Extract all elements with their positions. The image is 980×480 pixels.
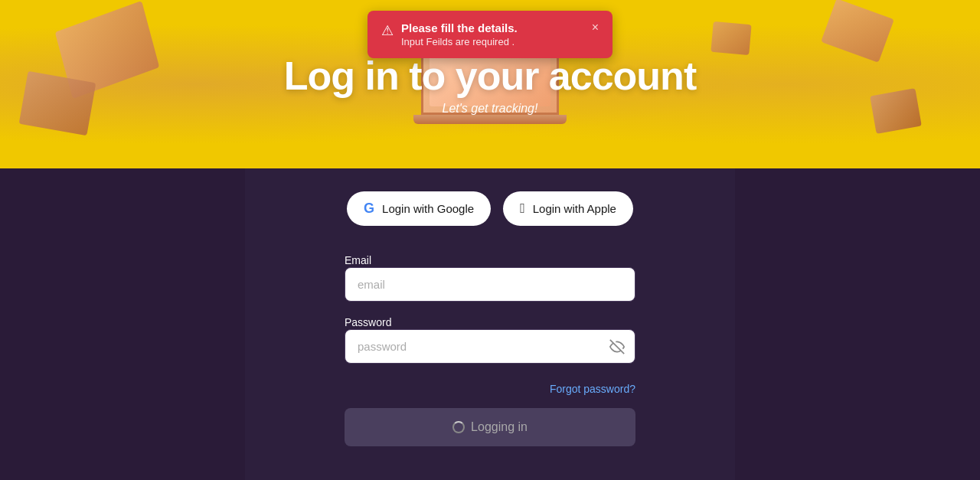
alert-body: Input Feilds are required . bbox=[401, 36, 584, 47]
apple-icon:  bbox=[520, 201, 525, 217]
alert-close-button[interactable]: × bbox=[592, 21, 599, 34]
hero-subtitle: Let's get tracking! bbox=[443, 102, 538, 116]
decorative-box-5 bbox=[710, 21, 751, 55]
main-layout: G Login with Google  Login with Apple E… bbox=[0, 168, 980, 480]
google-button-label: Login with Google bbox=[382, 202, 474, 215]
login-apple-button[interactable]:  Login with Apple bbox=[503, 191, 633, 226]
hero-section: Log in to your account Let's get trackin… bbox=[0, 0, 980, 168]
google-icon: G bbox=[364, 201, 374, 217]
loading-spinner bbox=[452, 421, 465, 433]
login-form: Email Password Forgot p bbox=[345, 253, 635, 446]
right-panel bbox=[735, 168, 980, 480]
email-input[interactable] bbox=[345, 267, 635, 302]
forgot-password-link[interactable]: Forgot password? bbox=[550, 383, 635, 395]
password-wrapper bbox=[345, 329, 635, 364]
submit-button[interactable]: Logging in bbox=[345, 408, 635, 446]
alert-text-block: Please fill the details. Input Feilds ar… bbox=[401, 21, 584, 47]
forgot-password-link-wrapper: Forgot password? bbox=[345, 382, 635, 396]
left-panel bbox=[0, 168, 245, 480]
login-google-button[interactable]: G Login with Google bbox=[347, 191, 491, 226]
alert-toast: ⚠ Please fill the details. Input Feilds … bbox=[368, 11, 612, 58]
page-title: Log in to your account bbox=[284, 53, 696, 99]
center-panel: G Login with Google  Login with Apple E… bbox=[245, 168, 735, 480]
apple-button-label: Login with Apple bbox=[533, 202, 616, 215]
submit-label: Logging in bbox=[471, 420, 528, 434]
laptop-base bbox=[413, 115, 567, 124]
password-label: Password bbox=[345, 316, 391, 328]
alert-icon: ⚠ bbox=[381, 22, 394, 39]
social-buttons-group: G Login with Google  Login with Apple bbox=[347, 191, 633, 226]
decorative-box-4 bbox=[870, 88, 922, 134]
alert-title: Please fill the details. bbox=[401, 21, 584, 34]
email-label: Email bbox=[345, 254, 371, 266]
email-group: Email bbox=[345, 253, 635, 302]
password-input[interactable] bbox=[345, 329, 635, 364]
password-group: Password bbox=[345, 315, 635, 364]
password-toggle-button[interactable] bbox=[609, 339, 625, 354]
